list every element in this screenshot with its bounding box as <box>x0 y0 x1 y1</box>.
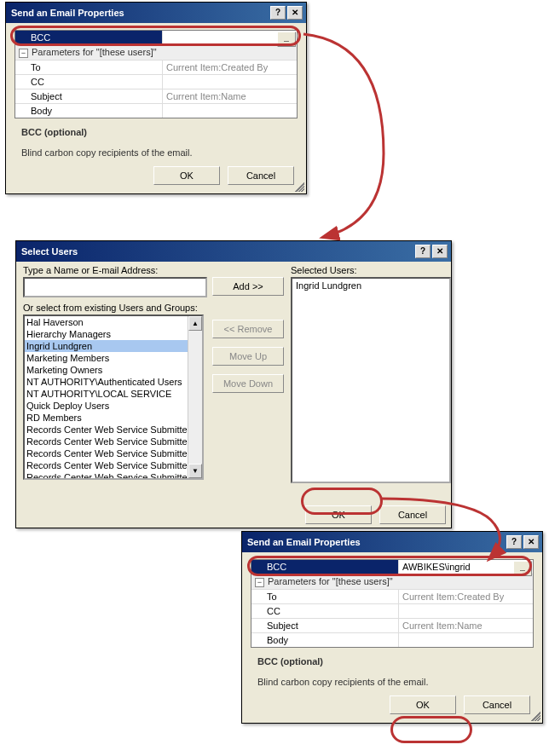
list-item[interactable]: Records Center Web Service Submitters <box>25 459 202 471</box>
desc-text: Blind carbon copy recipients of the emai… <box>257 677 429 687</box>
prop-value[interactable] <box>163 104 297 118</box>
prop-label: BCC <box>251 560 399 574</box>
list-item[interactable]: Records Center Web Service Submitters <box>25 471 202 480</box>
prop-label: CC <box>251 604 399 618</box>
selected-users-list[interactable]: Ingrid Lundgren <box>291 277 451 483</box>
description-block: BCC (optional) Blind carbon copy recipie… <box>13 122 299 159</box>
description-block: BCC (optional) Blind carbon copy recipie… <box>249 651 535 689</box>
ok-button[interactable]: OK <box>153 166 220 185</box>
scroll-up-icon[interactable]: ▲ <box>188 316 202 331</box>
ok-button[interactable]: OK <box>305 505 372 524</box>
dialog-body: BCC AWBIKES\ingrid ... −Parameters for "… <box>242 552 542 723</box>
prop-row[interactable]: SubjectCurrent Item:Name <box>251 619 533 633</box>
prop-value[interactable]: Current Item:Name <box>163 89 297 103</box>
scroll-down-icon[interactable]: ▼ <box>188 464 202 478</box>
dialog-body: Type a Name or E-mail Address: Or select… <box>16 262 451 528</box>
list-item[interactable]: NT AUTHORITY\Authenticated Users <box>25 376 202 388</box>
list-item[interactable]: Marketing Owners <box>25 364 202 376</box>
prop-row-bcc[interactable]: BCC <box>15 31 297 45</box>
name-input[interactable] <box>23 277 207 297</box>
email-properties-dialog-2: Send an Email Properties ? ✕ BCC AWBIKES… <box>241 531 543 724</box>
desc-title: BCC (optional) <box>257 656 323 667</box>
window-title: Send an Email Properties <box>247 537 361 547</box>
titlebar[interactable]: Select Users ? ✕ <box>16 241 451 262</box>
prop-label: Subject <box>251 619 399 632</box>
titlebar[interactable]: Send an Email Properties ? ✕ <box>242 532 542 552</box>
titlebar[interactable]: Send an Email Properties ? ✕ <box>6 3 306 23</box>
property-grid[interactable]: BCC ... −Parameters for "[these users]" … <box>14 30 298 118</box>
window-title: Select Users <box>21 246 78 257</box>
cancel-button[interactable]: Cancel <box>464 695 530 714</box>
prop-row[interactable]: ToCurrent Item:Created By <box>15 61 297 75</box>
list-item[interactable]: Records Center Web Service Submitters <box>25 447 202 459</box>
window-title: Send an Email Properties <box>11 8 124 18</box>
close-icon[interactable]: ✕ <box>287 6 303 20</box>
list-item[interactable]: Marketing Members <box>25 352 202 364</box>
help-icon[interactable]: ? <box>415 245 431 258</box>
prop-label: CC <box>15 75 163 89</box>
group-label: Parameters for "[these users]" <box>32 47 157 57</box>
collapse-icon[interactable]: − <box>19 49 28 58</box>
list-item[interactable]: RD Members <box>25 412 202 424</box>
scrollbar[interactable]: ▲ ▼ <box>188 316 202 478</box>
prop-row[interactable]: CC <box>15 75 297 89</box>
prop-label: BCC <box>15 31 163 44</box>
add-button[interactable]: Add >> <box>212 277 284 296</box>
annotation-arrow <box>298 26 426 247</box>
prop-value[interactable] <box>163 75 297 89</box>
close-icon[interactable]: ✕ <box>432 245 448 258</box>
list-item[interactable]: Records Center Web Service Submitters <box>25 424 202 436</box>
prop-label: Subject <box>15 89 163 103</box>
prop-value[interactable] <box>399 633 533 647</box>
property-grid[interactable]: BCC AWBIKES\ingrid ... −Parameters for "… <box>251 559 534 648</box>
resize-grip[interactable] <box>529 709 540 721</box>
type-name-label: Type a Name or E-mail Address: <box>23 265 202 275</box>
ok-button[interactable]: OK <box>390 695 456 714</box>
prop-label: Body <box>251 633 399 647</box>
prop-group-header[interactable]: −Parameters for "[these users]" <box>251 574 533 590</box>
selected-user-item[interactable]: Ingrid Lundgren <box>296 280 446 291</box>
move-up-button[interactable]: Move Up <box>212 347 284 366</box>
list-item[interactable]: NT AUTHORITY\LOCAL SERVICE <box>25 388 202 400</box>
prop-row[interactable]: CC <box>251 604 533 619</box>
prop-value[interactable]: Current Item:Created By <box>399 590 533 603</box>
prop-value[interactable] <box>399 604 533 618</box>
dialog-body: BCC ... −Parameters for "[these users]" … <box>6 23 306 193</box>
prop-row[interactable]: Body <box>15 104 297 118</box>
prop-value[interactable]: Current Item:Created By <box>163 61 297 74</box>
cancel-button[interactable]: Cancel <box>379 505 446 524</box>
help-icon[interactable]: ? <box>506 535 522 549</box>
remove-button[interactable]: << Remove <box>212 320 284 338</box>
close-icon[interactable]: ✕ <box>523 535 539 549</box>
help-icon[interactable]: ? <box>270 6 286 20</box>
users-listbox[interactable]: Hal HaversonHierarchy ManagersIngrid Lun… <box>23 315 204 480</box>
prop-label: To <box>15 61 163 74</box>
prop-label: Body <box>15 104 163 118</box>
prop-value[interactable]: Current Item:Name <box>399 619 533 632</box>
collapse-icon[interactable]: − <box>255 578 264 587</box>
or-select-label: Or select from existing Users and Groups… <box>23 303 202 313</box>
ellipsis-button[interactable]: ... <box>513 561 532 576</box>
move-down-button[interactable]: Move Down <box>212 374 284 393</box>
prop-row[interactable]: ToCurrent Item:Created By <box>251 590 533 604</box>
list-item[interactable]: Hal Haverson <box>25 316 202 328</box>
prop-row[interactable]: Body <box>251 633 533 647</box>
list-item[interactable]: Records Center Web Service Submitters <box>25 436 202 447</box>
cancel-button[interactable]: Cancel <box>228 166 294 185</box>
resize-grip[interactable] <box>292 180 304 192</box>
select-users-dialog: Select Users ? ✕ Type a Name or E-mail A… <box>15 240 452 528</box>
email-properties-dialog-1: Send an Email Properties ? ✕ BCC ... −Pa… <box>5 2 307 194</box>
selected-users-label: Selected Users: <box>291 265 451 275</box>
list-item[interactable]: Quick Deploy Users <box>25 400 202 412</box>
list-item[interactable]: Hierarchy Managers <box>25 328 202 340</box>
prop-group-header[interactable]: −Parameters for "[these users]" <box>15 45 297 61</box>
prop-row[interactable]: SubjectCurrent Item:Name <box>15 89 297 104</box>
desc-title: BCC (optional) <box>21 127 87 137</box>
ellipsis-button[interactable]: ... <box>277 32 296 47</box>
prop-row-bcc[interactable]: BCC AWBIKES\ingrid <box>251 560 533 574</box>
group-label: Parameters for "[these users]" <box>268 576 393 586</box>
desc-text: Blind carbon copy recipients of the emai… <box>21 147 193 158</box>
list-item[interactable]: Ingrid Lundgren <box>25 340 202 352</box>
prop-label: To <box>251 590 399 603</box>
